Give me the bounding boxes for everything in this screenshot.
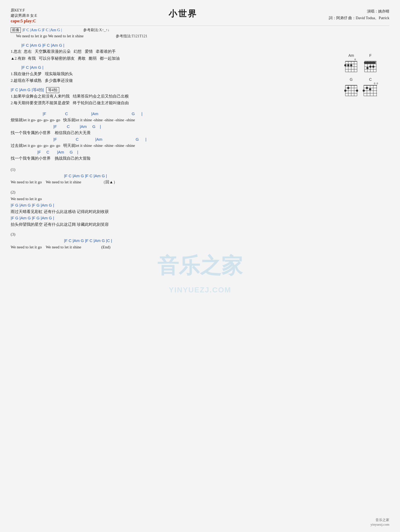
chord-diagrams: Am o [343, 53, 379, 99]
svg-point-39 [347, 87, 349, 89]
g-diagram: G [343, 77, 359, 99]
capo-label: capo:5 play:C [11, 19, 37, 23]
intro-row2: We need to let it go We need to let it s… [11, 33, 389, 40]
svg-text:o: o [374, 82, 375, 85]
svg-text:o: o [377, 82, 378, 85]
header-left: 原KEY:F 建议男调:B 女:E capo:5 play:C [11, 8, 37, 23]
logo-url: yinyuezj.com [371, 522, 389, 527]
singer-label: 演唱：姚亦晴 [329, 8, 389, 15]
main-content: 原KEY:F 建议男调:B 女:E capo:5 play:C 小世界 演唱：姚… [11, 8, 389, 251]
svg-point-40 [356, 90, 358, 92]
header-right: 演唱：姚亦晴 詞：阿弟仔 曲：David Todua、Patrick [329, 8, 389, 21]
svg-point-11 [344, 64, 346, 66]
section1-num: (1) [11, 167, 389, 172]
logo-text: 音乐之家 [371, 518, 389, 522]
chorus-chord1: |F C |Am G | [43, 111, 389, 117]
svg-point-55 [369, 88, 371, 90]
chorus-chord4: |F C |Am G | [37, 149, 389, 155]
am-label: Am [349, 53, 354, 58]
section2-num: (2) [11, 190, 389, 195]
f-grid [363, 58, 378, 75]
f-diagram: F [362, 53, 379, 75]
c-grid: o o [362, 82, 379, 99]
chorus-chord3: |F C |Am G | [53, 136, 389, 143]
section3-block: (3) |F C |Am G |F C |Am G |C | We need t… [11, 232, 389, 251]
ref-strum: 参考刷法:X↑_↑↓ [83, 28, 109, 33]
svg-point-54 [366, 87, 368, 89]
divider [11, 26, 389, 26]
section2-lyric1: 雨过天晴看见彩虹 还有什么比这感动 记得此时此刻收获 [11, 208, 389, 215]
page: 音乐之家 YINYUEZJ.COM 原KEY:F 建议男调:B 女:E capo… [0, 0, 400, 532]
svg-rect-24 [364, 62, 376, 64]
g-grid [344, 82, 359, 99]
section1-chords: |F C |Am G |F C |Am G | [64, 173, 389, 179]
section3-num: (3) [11, 232, 389, 237]
verse1-lyric2: ▲2.有妳 有我 可以分享秘密的朋友 勇敢 脆弱 都一起加油 [11, 55, 389, 62]
c-diagram: C o o [362, 77, 379, 99]
chorus-lyric3: 过去就let it go- go- go- go- go 明天就let it s… [11, 142, 389, 149]
section1-lyrics: We need to let it go We need to let it s… [11, 179, 389, 186]
verse1-block: |F C |Am G |F C |Am G | 1.忽左 忽右 天空飘着浪漫的云… [11, 42, 389, 62]
c-label: C [369, 77, 372, 82]
key-label: 原KEY:F [11, 8, 37, 13]
chorus-lyric1: 烦恼就let it go- go- go- go- go 快乐就let it s… [11, 117, 389, 124]
svg-point-25 [366, 67, 369, 69]
svg-point-12 [347, 64, 349, 66]
suggest-label: 建议男调:B 女:E [11, 13, 37, 18]
chorus-lyric4: 找一个我专属的小世界 挑战我自己的大冒险 [11, 155, 389, 162]
lyrics-label: 詞：阿弟仔 曲：David Todua、Patrick [329, 15, 389, 21]
svg-point-26 [369, 66, 371, 68]
verse1-lyric1: 1.忽左 忽右 天空飘着浪漫的云朵 幻想 爱情 牵着谁的手 [11, 48, 389, 55]
intro-row1: 前奏 |F C |Am G |F C |Am G | 参考刷法:X↑_↑↓ [11, 27, 389, 33]
verse2-chords: |F C |Am G | [21, 65, 389, 71]
svg-text:o: o [354, 58, 356, 61]
section2-block: (2) We need to let it go |F G |Am G |F G… [11, 190, 389, 228]
watermark-url: YINYUEZJ.COM [169, 286, 231, 294]
svg-point-13 [350, 64, 352, 66]
svg-point-27 [372, 66, 374, 68]
intro-lyric: We need to let it go We need to let it s… [16, 33, 84, 40]
section2-lyric2: 抬头仰望我的星空 还有什么比这辽阔 珍藏此时此刻笑容 [11, 221, 389, 228]
verse2-block: |F C |Am G | 1.我在做什么美梦 现实敲敲我的头 2.趁现在不够成熟… [11, 65, 389, 84]
verse1-chords: |F C |Am G |F C |Am G | [21, 42, 389, 49]
section3-lyrics: We need to let it go We need to let it s… [11, 244, 389, 251]
watermark: 音乐之家 [157, 252, 243, 280]
svg-point-53 [363, 90, 365, 92]
chorus-block: |F C |Am G | 烦恼就let it go- go- go- go- g… [11, 111, 389, 162]
am-diagram: Am o [343, 53, 359, 75]
verse3-lyric1: 1.如果毕业舞会之前没有人来约我 结果答应约会之后又怕自己出糗 [11, 93, 389, 100]
section3-chords: |F C |Am G |F C |Am G |C | [64, 238, 389, 244]
intro-label: 前奏 [11, 27, 21, 33]
intro-chords: |F C |Am G |F C |Am G | [22, 28, 62, 32]
header: 原KEY:F 建议男调:B 女:E capo:5 play:C 小世界 演唱：姚… [11, 8, 389, 23]
ref-finger: 参考指法:T121T121 [116, 34, 147, 39]
chorus-lyric2: 找一个我专属的小世界 相信我自己的大无畏 [11, 130, 389, 136]
intro-section: 前奏 |F C |Am G |F C |Am G | 参考刷法:X↑_↑↓ We… [11, 27, 389, 40]
g-label: G [350, 77, 353, 82]
chorus-chord2: |F C |Am G | [53, 124, 389, 130]
equal-4beat: 等4拍 [46, 87, 59, 93]
svg-point-38 [344, 90, 346, 92]
section1-block: (1) |F C |Am G |F C |Am G | We need to l… [11, 167, 389, 186]
section2-chords2: |F G |Am G |F G |Am G | [11, 215, 389, 221]
verse3-chords: |F C |Am G |等4拍| [11, 87, 44, 93]
song-title: 小世界 [37, 8, 329, 20]
verse2-lyric2: 2.趁现在不够成熟 多少蠢事还没做 [11, 77, 389, 84]
section2-lyric-pre: We need to let it go [11, 196, 389, 203]
am-grid: o [344, 58, 359, 75]
verse3-lyric2: 2.每天期待要变漂亮不能算是虚荣 终于轮到自己做主才能叫做自由 [11, 100, 389, 107]
logo-bottom: 音乐之家 yinyuezj.com [371, 518, 389, 527]
f-label: F [369, 53, 372, 58]
verse3-chord-row: |F C |Am G |等4拍| 等4拍 [11, 87, 389, 93]
verse3-block: |F C |Am G |等4拍| 等4拍 1.如果毕业舞会之前没有人来约我 结果… [11, 87, 389, 107]
section2-chords1: |F G |Am G |F G |Am G | [11, 202, 389, 208]
verse2-lyric1: 1.我在做什么美梦 现实敲敲我的头 [11, 71, 389, 78]
